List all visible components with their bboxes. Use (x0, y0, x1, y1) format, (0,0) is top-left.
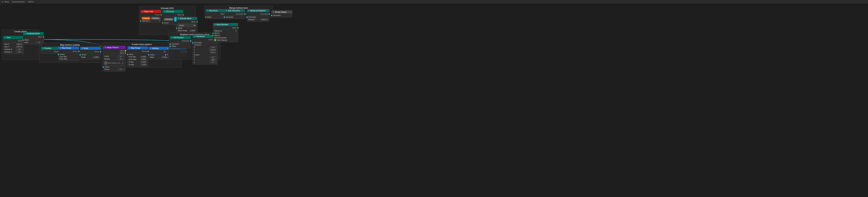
image-texture-ext[interactable]: ▼ (118, 58, 124, 60)
map-range2-value-in: Value (129, 53, 147, 56)
transform-rot-x-val[interactable]: 0° (210, 56, 217, 58)
close-sketch-btn[interactable]: ✕ (159, 20, 160, 22)
image-texture-linear: Linear ▼ (104, 55, 124, 58)
node-map-range-noise[interactable]: ▼ Map Range Result Value From Min 0.000 … (127, 46, 148, 67)
topbar: ▼ Plane > GeometryNodes > 263521 (0, 0, 868, 4)
node-image-texture[interactable]: ▼ Image Texture Color Alpha Linear ▼ Rep… (103, 46, 126, 71)
node-join-geometry-header: ▼ Join Geometry (224, 9, 245, 12)
image-remove-btn[interactable]: ✕ (122, 62, 123, 64)
image-texture-repeat: Repeat ▼ (104, 58, 124, 60)
node-grid-header: ▼ Grid (3, 36, 24, 39)
node-extrude-mesh-body: Mesh Faces Mesh Offset Scale 1.000 (177, 20, 197, 33)
node-flip-faces[interactable]: ▼ Flip Faces Mesh Mesh (206, 9, 226, 19)
node-group-output-header: ▼ Group Output (272, 10, 292, 13)
node-grid[interactable]: ▼ Grid Mesh Size X 2.05 m Size Y 1.37 m … (3, 36, 24, 54)
image-texture-color-out: Color (104, 50, 124, 52)
map-range2-from-min-val[interactable]: 0.000 (140, 56, 147, 58)
node-object-info[interactable]: ▼ Object Info Curve Original Relative Sk… (141, 10, 161, 23)
map-range2-to-min: To Min 1.000 (129, 61, 147, 63)
node-merge-by-distance[interactable]: ▼ Merge by Distance Geometry Geometry Di… (247, 9, 270, 22)
node-set-position[interactable]: ▼ Set Position Geometry Geometry Offset (170, 36, 191, 48)
image-texture-frame: Frame 0 (104, 68, 124, 71)
mesh-bool-mode: Difference ▼ (214, 30, 237, 32)
transform-x-val[interactable]: 0 m (210, 46, 217, 48)
node-join-geometry[interactable]: ▼ Join Geometry Geometry Geometry (224, 9, 245, 19)
btn-triangles[interactable]: Triangles (164, 18, 174, 21)
node-merge-distance-body: Geometry Geometry Distance 0.001 m (247, 12, 269, 22)
node-map-range-scaling[interactable]: ▼ Map Range Vector Vector From Min From … (58, 46, 79, 61)
socket-flip-mesh-in (205, 17, 207, 18)
subdivide-mesh-out: Mesh (24, 36, 42, 38)
image-texture-vector-in: Vector (104, 66, 124, 68)
node-grid-verts-x: Vertices X 14 (4, 48, 23, 51)
node-fill-curve-label: Fill Curve (166, 10, 174, 12)
checkbox-hole-tolerant[interactable]: ✓ (214, 39, 216, 41)
image-texture-alpha-out: Alpha (104, 52, 124, 54)
grid-verts-x-value[interactable]: 14 (16, 48, 23, 51)
node-flip-faces-body: Mesh Mesh (206, 12, 226, 19)
mesh-bool-self-int: Self Intersection (214, 37, 237, 39)
node-grid-size-x: Size X 2.05 m (4, 43, 23, 45)
transform-z-val[interactable]: 0.5 m (210, 52, 217, 54)
socket-extrude-mesh-in (176, 28, 177, 29)
node-grid-label: Grid (7, 37, 10, 38)
node-id: 263521 (28, 1, 34, 3)
mesh-bool-mesh1-in: Mesh 1 (214, 32, 237, 34)
btn-original[interactable]: Original (142, 17, 150, 20)
node-grid-mesh-out: Mesh (4, 40, 23, 42)
merge-geo-out: Geometry (248, 13, 268, 15)
node-map-range-noise-body: Result Value From Min 0.000 From Max 1.0… (128, 50, 148, 67)
mesh-bool-mesh-out: Mesh (214, 27, 237, 29)
scene-name: Plane (4, 1, 9, 3)
node-group-output[interactable]: ▼ Group Output Geometry (272, 10, 292, 18)
merge-distance-num[interactable]: 0.001 m (260, 19, 268, 21)
image-texture-file-row: Wall_Stone1_2x2... ✕ (104, 61, 124, 65)
node-flip-faces-header: ▼ Flip Faces (206, 9, 226, 12)
image-thumbnail (104, 61, 107, 65)
grid-verts-y-value[interactable]: 10 (16, 51, 23, 53)
node-editor-canvas[interactable]: Create plane ▼ Grid Mesh Size X 2.05 m S… (0, 4, 868, 197)
btn-relative[interactable]: Relative (151, 17, 160, 20)
group-title-extrude-svg: Extrude SVG (139, 6, 195, 10)
socket-extrude-mesh-out (196, 21, 198, 23)
transform-rot-y-val[interactable]: 180° (210, 59, 217, 61)
socket-subdivide-mesh-in (23, 39, 24, 41)
transform-rot-z-val[interactable]: 0° (210, 61, 217, 64)
set-pos-offset-in: Offset (171, 45, 190, 47)
join-geo-in: Geometry (225, 16, 244, 18)
node-mesh-boolean[interactable]: ▼ Mesh Boolean Mesh Difference ▼ Mesh 1 … (213, 23, 238, 42)
grid-size-x-value[interactable]: 2.05 m (16, 43, 23, 45)
extrude-offset-val[interactable]: 1.000 (189, 30, 196, 32)
socket-set-pos-offset-in (169, 46, 171, 47)
scale-value-num[interactable]: 4.000 (93, 56, 100, 58)
node-subdivide-header: ▼ Subdivide Mesh (23, 32, 43, 35)
map-range2-from-max-val[interactable]: 1.000 (140, 58, 147, 61)
socket-mesh-bool-mesh1-in (212, 33, 214, 34)
socket-image-vector-in (102, 66, 104, 68)
image-texture-interp[interactable]: ▼ (118, 55, 124, 58)
node-map-range-noise-label: Map Range (131, 47, 140, 49)
extrude-mode-select[interactable]: Faces (178, 24, 196, 27)
map-range2-to-max-val[interactable]: -1.000 (140, 64, 147, 66)
node-mesh-boolean-header: ▼ Mesh Boolean (213, 23, 238, 26)
extrude-offset-scale: Offset Scale 1.000 (178, 29, 196, 32)
fill-curve-mesh-out: Mesh (164, 14, 182, 16)
transform-y-val[interactable]: 0.65 m (210, 49, 217, 51)
map-range2-to-min-val[interactable]: 1.000 (140, 61, 147, 63)
node-merge-distance-label: Merge by Distance (250, 10, 266, 12)
node-map-range-noise-header: ▼ Map Range (128, 46, 148, 50)
socket-multiply-in (148, 54, 150, 56)
node-image-texture-body: Color Alpha Linear ▼ Repeat ▼ Wall_Stone… (103, 49, 125, 71)
grid-size-y-value[interactable]: 1.37 m (16, 46, 23, 48)
socket-scale-vector-out (100, 51, 101, 53)
node-scale[interactable]: ▼ Scale Vector Vector Scale 4.000 (80, 47, 101, 59)
mesh-bool-hole: ✓ Hole Tolerant (214, 39, 237, 41)
node-transform-label: Transform (196, 35, 205, 37)
mesh-bool-mesh2-in: Mesh 2 (214, 34, 237, 37)
image-frame-value[interactable]: 0 (118, 68, 124, 70)
node-extrude-mesh[interactable]: ▼ Extrude Mesh Mesh Faces Mesh Offset Sc… (177, 17, 197, 33)
blender-icon: ▼ (1, 1, 3, 3)
scale-vector-in: Vector (81, 54, 100, 56)
node-scale-header: ▼ Scale (80, 47, 101, 50)
map-range2-to-max: To Max -1.000 (129, 63, 147, 66)
